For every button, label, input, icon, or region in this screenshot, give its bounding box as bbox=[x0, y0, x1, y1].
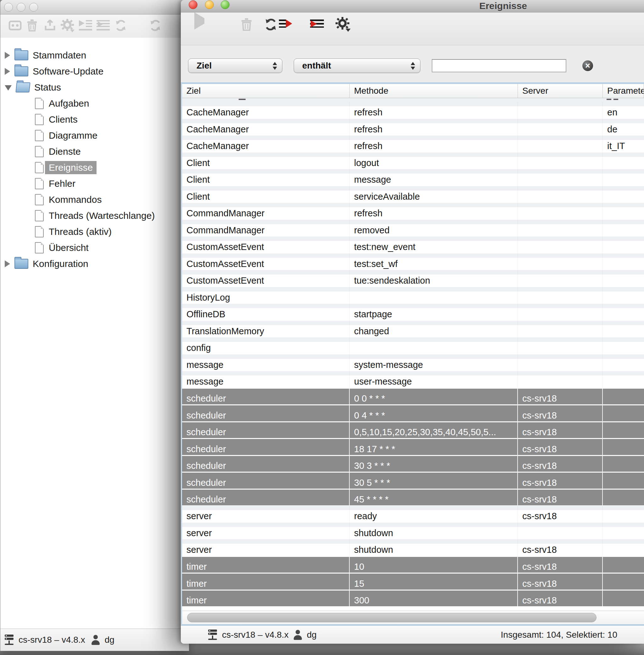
table-row[interactable]: scheduler30 3 * * *cs-srv18 bbox=[182, 455, 644, 472]
table-row[interactable]: CustomAssetEventtue:sendeskalation bbox=[182, 270, 644, 287]
sidebar-item-label: Threads (Warteschlange) bbox=[49, 210, 155, 221]
table-row[interactable]: timer15cs-srv18 bbox=[182, 573, 644, 590]
table-row[interactable]: scheduler0,5,10,15,20,25,30,35,40,45,50,… bbox=[182, 422, 644, 439]
sync-icon[interactable] bbox=[114, 19, 128, 32]
cell-methode: refresh bbox=[350, 102, 518, 119]
cell-parameter bbox=[603, 439, 644, 455]
table-row[interactable]: TranslationMemorychanged bbox=[182, 321, 644, 338]
disclosure-closed-icon[interactable] bbox=[5, 260, 10, 267]
table-row[interactable]: serverreadycs-srv18 bbox=[182, 506, 644, 523]
sidebar-item-konfiguration[interactable]: Konfiguration bbox=[0, 256, 189, 272]
list-run-icon[interactable] bbox=[96, 19, 110, 31]
disclosure-closed-icon[interactable] bbox=[5, 52, 10, 59]
table-row[interactable]: CommandManagerrefresh bbox=[182, 203, 644, 220]
cell-parameter bbox=[603, 169, 644, 186]
cell-parameter: en bbox=[603, 102, 644, 119]
cell-methode: shutdown bbox=[350, 539, 518, 556]
cell-server bbox=[518, 321, 603, 338]
archive-icon[interactable] bbox=[8, 19, 22, 31]
disclosure-closed-icon[interactable] bbox=[5, 68, 10, 75]
cell-server bbox=[518, 254, 603, 271]
run-list-icon[interactable] bbox=[79, 19, 93, 31]
scrollbar-thumb[interactable] bbox=[187, 613, 597, 622]
sync-icon-2[interactable] bbox=[149, 19, 162, 32]
gear-icon[interactable] bbox=[61, 19, 75, 33]
sidebar-item-ereignisse[interactable]: Ereignisse bbox=[0, 159, 189, 176]
sidebar-item-stammdaten[interactable]: Stammdaten bbox=[0, 47, 189, 63]
table-row[interactable]: config bbox=[182, 337, 644, 354]
table-header[interactable]: Ziel Methode Server Parameter bbox=[182, 84, 644, 98]
sidebar-item-aufgaben[interactable]: Aufgaben bbox=[0, 95, 189, 111]
table-row[interactable]: timer300cs-srv18 bbox=[182, 590, 644, 607]
cell-methode: serviceAvailable bbox=[350, 186, 518, 203]
cell-ziel: server bbox=[182, 506, 350, 523]
cell-parameter: de bbox=[603, 119, 644, 136]
cell-server bbox=[518, 337, 603, 354]
table-row[interactable]: CommandManagerremoved bbox=[182, 220, 644, 237]
trash-icon[interactable] bbox=[241, 18, 252, 31]
document-icon bbox=[35, 242, 44, 254]
cell-methode: ready bbox=[350, 506, 518, 523]
cell-methode bbox=[350, 337, 518, 354]
gear-icon[interactable] bbox=[336, 17, 351, 32]
sidebar-item-label: Dienste bbox=[49, 146, 81, 157]
sidebar-item-software-update[interactable]: Software-Update bbox=[0, 63, 189, 79]
sidebar-item-kommandos[interactable]: Kommandos bbox=[0, 191, 189, 208]
filter-field-popup[interactable]: Ziel bbox=[188, 59, 282, 73]
cell-ziel: scheduler bbox=[182, 405, 350, 421]
table-row[interactable]: servershutdowncs-srv18 bbox=[182, 539, 644, 556]
trash-icon[interactable] bbox=[27, 19, 38, 31]
table-row[interactable]: CustomAssetEventtest:new_event bbox=[182, 236, 644, 254]
search-input[interactable] bbox=[432, 59, 566, 72]
column-header-ziel[interactable]: Ziel bbox=[182, 84, 350, 98]
sidebar-item-label: Aufgaben bbox=[49, 98, 89, 109]
table-row[interactable]: CustomAssetEventtest:set_wf bbox=[182, 254, 644, 271]
table-row[interactable]: scheduler45 * * * *cs-srv18 bbox=[182, 489, 644, 506]
table-row[interactable]: scheduler18 17 * * *cs-srv18 bbox=[182, 438, 644, 455]
table-row[interactable]: scheduler30 5 * * *cs-srv18 bbox=[182, 472, 644, 489]
table-row[interactable]: ClientserviceAvailable bbox=[182, 186, 644, 203]
play-icon[interactable] bbox=[194, 18, 204, 24]
sidebar-item-threads-aktiv-[interactable]: Threads (aktiv) bbox=[0, 224, 189, 240]
table-row[interactable]: scheduler0 0 * * *cs-srv18 bbox=[182, 388, 644, 405]
table-row[interactable]: timer10cs-srv18 bbox=[182, 556, 644, 573]
table-row[interactable]: CacheManagerrefreshde bbox=[182, 119, 644, 136]
minimize-button[interactable] bbox=[205, 0, 214, 9]
sidebar-item-diagramme[interactable]: Diagramme bbox=[0, 127, 189, 143]
column-header-parameter[interactable]: Parameter bbox=[603, 84, 644, 98]
sidebar-item-clients[interactable]: Clients bbox=[0, 111, 189, 127]
table-row[interactable]: Clientmessage bbox=[182, 169, 644, 186]
server-label: cs-srv18 – v4.8.x bbox=[19, 635, 85, 645]
table-row[interactable]: messagesystem-message bbox=[182, 354, 644, 371]
zoom-button[interactable] bbox=[221, 0, 230, 9]
sidebar-item-dienste[interactable]: Dienste bbox=[0, 143, 189, 159]
sidebar-item-threads-warteschlange-[interactable]: Threads (Warteschlange) bbox=[0, 208, 189, 224]
column-header-server[interactable]: Server bbox=[518, 84, 603, 98]
sidebar-item-status[interactable]: Status bbox=[0, 79, 189, 95]
disclosure-open-icon[interactable] bbox=[5, 85, 12, 91]
table-row[interactable]: CacheManagerrefreshen bbox=[182, 102, 644, 119]
zoom-button-inactive[interactable] bbox=[29, 3, 38, 11]
cell-methode: refresh bbox=[350, 119, 518, 136]
cell-parameter bbox=[603, 186, 644, 203]
table-row[interactable]: messageuser-message bbox=[182, 371, 644, 388]
table-row[interactable]: servershutdown bbox=[182, 523, 644, 540]
sidebar-item-übersicht[interactable]: Übersicht bbox=[0, 240, 189, 256]
table-row[interactable]: CacheManagerrefreshit_IT bbox=[182, 136, 644, 153]
table-row[interactable]: OfflineDBstartpage bbox=[182, 304, 644, 321]
export-icon[interactable] bbox=[44, 19, 56, 31]
filter-operator-popup[interactable]: enthält bbox=[294, 59, 420, 73]
close-button[interactable] bbox=[189, 0, 198, 9]
table-row[interactable]: scheduler0 4 * * *cs-srv18 bbox=[182, 405, 644, 422]
titlebar[interactable]: Ereignisse bbox=[181, 0, 644, 13]
column-header-methode[interactable]: Methode bbox=[350, 84, 518, 98]
table-row[interactable]: HistoryLog bbox=[182, 287, 644, 304]
clear-filter-button[interactable]: × bbox=[582, 61, 593, 71]
horizontal-scrollbar[interactable] bbox=[182, 611, 644, 624]
minimize-button-inactive[interactable] bbox=[17, 3, 25, 11]
titlebar[interactable] bbox=[0, 0, 189, 15]
sidebar-item-fehler[interactable]: Fehler bbox=[0, 176, 189, 191]
table-row[interactable]: Clientlogout bbox=[182, 153, 644, 169]
refresh-icon[interactable] bbox=[264, 18, 278, 31]
close-button-inactive[interactable] bbox=[4, 3, 13, 11]
